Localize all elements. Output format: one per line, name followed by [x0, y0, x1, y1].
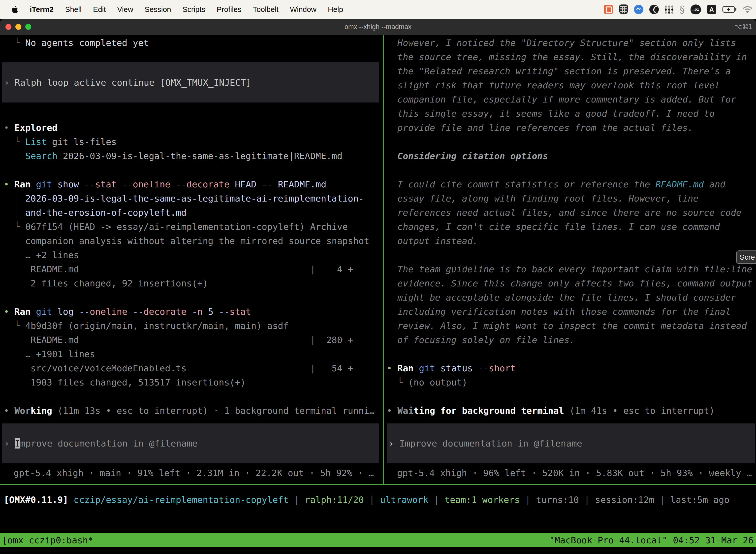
menu-item-shell[interactable]: Shell: [65, 5, 82, 14]
menu-item-session[interactable]: Session: [145, 5, 171, 14]
menu-item-edit[interactable]: Edit: [93, 5, 106, 14]
terminal-line: • Ran git log --oneline --decorate -n 5 …: [4, 304, 383, 319]
terminal-line: and-the-erosion-of-copyleft.md: [4, 206, 383, 220]
terminal-window: omx --xhigh --madmax ⌥⌘1 › Ralph loop ac…: [0, 19, 756, 554]
timer-61-icon[interactable]: ..61: [691, 4, 701, 14]
terminal-line: [4, 290, 383, 304]
hook-squiggle-icon[interactable]: §: [680, 4, 685, 14]
screen-tooltip: Scre: [736, 251, 756, 264]
right-input-line[interactable]: › Improve documentation in @filename: [387, 436, 755, 450]
terminal-line: • Working (11m 13s • esc to interrupt) ·…: [4, 403, 383, 418]
terminal-line: changes, I can't cite specific file line…: [387, 220, 756, 234]
terminal-line: [4, 78, 383, 92]
terminal-line: slight risk that future readers may over…: [387, 78, 756, 92]
right-status-text: gpt-5.4 xhigh · 96% left · 520K in · 5.8…: [384, 466, 756, 480]
terminal-line: this single essay, it seems like a good …: [387, 107, 756, 121]
menubar-status-icons: § ..61 A: [604, 4, 753, 14]
tmux-session-label[interactable]: [omx-cczip0:bash*: [0, 535, 93, 545]
right-pane-output: However, I noticed the "Directory Struct…: [384, 36, 756, 418]
terminal-line: [387, 389, 756, 403]
close-button[interactable]: [5, 24, 11, 30]
traffic-lights: [5, 19, 31, 35]
terminal-line: the "Related research writing" section i…: [387, 64, 756, 78]
terminal-line: 1903 files changed, 513517 insertions(+): [4, 375, 383, 389]
left-input-line[interactable]: › Improve documentation in @filename: [2, 436, 379, 450]
omx-status-line: [OMX#0.11.9] cczip/essay/ai-reimplementa…: [0, 493, 756, 507]
pane-divider[interactable]: [383, 35, 384, 484]
terminal-line: Search 2026-03-09-is-legal-the-same-as-l…: [4, 149, 383, 163]
menu-item-help[interactable]: Help: [328, 5, 343, 14]
menubar: iTerm2ShellEditViewSessionScriptsProfile…: [0, 0, 756, 19]
menu-item-iterm2[interactable]: iTerm2: [30, 5, 54, 14]
tree-guide-line: [16, 319, 16, 325]
screen: iTerm2ShellEditViewSessionScriptsProfile…: [0, 0, 756, 554]
left-pane[interactable]: › Ralph loop active continue [OMX_TMUX_I…: [0, 36, 383, 484]
left-pane-output: └ No agents completed yet• Explored └ Li…: [0, 36, 383, 418]
pane-bottom-border: [0, 484, 756, 485]
terminal-line: … +1901 lines: [4, 347, 383, 361]
terminal-line: 2026-03-09-is-legal-the-same-as-legitima…: [4, 191, 383, 206]
right-input-box[interactable]: › Improve documentation in @filename: [387, 424, 755, 463]
terminal-line: 2 files changed, 92 insertions(+): [4, 276, 383, 290]
shield-grid-icon[interactable]: [619, 4, 628, 14]
terminal-line: └ (no output): [387, 375, 756, 389]
window-titlebar[interactable]: omx --xhigh --madmax ⌥⌘1: [0, 19, 756, 35]
terminal-line: [387, 135, 756, 149]
battery-charging-icon[interactable]: [722, 6, 737, 13]
tmux-host-clock: "MacBook-Pro-44.local" 04:52 31-Mar-26: [549, 535, 756, 545]
terminal-line: • Ran git status --short: [387, 361, 756, 375]
terminal-line: [4, 92, 383, 107]
wifi-icon[interactable]: [743, 6, 753, 13]
terminal-line: evidence. Since this change only affects…: [387, 276, 756, 290]
terminal-line: the source tree, missing the essay. Stil…: [387, 50, 756, 64]
terminal-line: I could cite commit statistics or refere…: [387, 177, 756, 191]
terminal-line: … +2 lines: [4, 248, 383, 262]
terminal-line: └ 067f154 (HEAD -> essay/ai-reimplementa…: [4, 220, 383, 234]
menu-item-profiles[interactable]: Profiles: [216, 5, 241, 14]
kaleidoscope-icon[interactable]: [649, 5, 659, 14]
messenger-icon[interactable]: [634, 5, 643, 14]
apple-logo-icon[interactable]: [11, 5, 19, 14]
left-input-box[interactable]: › Improve documentation in @filename: [2, 424, 379, 463]
zoom-button[interactable]: [25, 24, 31, 30]
a-app-icon[interactable]: A: [707, 5, 716, 14]
terminal-line: README.md| 4 +: [4, 262, 383, 276]
terminal-line: companion analysis without altering the …: [4, 234, 383, 248]
terminal-line: • Ran git show --stat --oneline --decora…: [4, 177, 383, 191]
terminal-line: • Explored: [4, 121, 383, 135]
terminal-line: references need actual files, and since …: [387, 206, 756, 220]
minimize-button[interactable]: [15, 24, 21, 30]
menu-item-scripts[interactable]: Scripts: [183, 5, 205, 14]
tmux-status-bar: [omx-cczip0:bash* "MacBook-Pro-44.local"…: [0, 533, 756, 547]
terminal-line: [387, 347, 756, 361]
tree-guide-line: [16, 192, 16, 224]
terminal-line: src/voice/voiceModeEnabled.ts| 54 +: [4, 361, 383, 375]
terminal-line: However, I noticed the "Directory Struct…: [387, 36, 756, 50]
dots-grid-icon[interactable]: [665, 5, 674, 14]
terminal-line: └ List git ls-files: [4, 135, 383, 149]
menu-item-view[interactable]: View: [117, 5, 133, 14]
left-status-line: gpt-5.4 xhigh · main · 91% left · 2.31M …: [0, 466, 383, 480]
terminal-line: [387, 248, 756, 262]
left-status-text: gpt-5.4 xhigh · main · 91% left · 2.31M …: [0, 466, 383, 480]
terminal-line: provide file and line references from th…: [387, 121, 756, 135]
terminal-line: • Waiting for background terminal (1m 41…: [387, 403, 756, 418]
terminal-line: review. Also, I might want to inspect th…: [387, 319, 756, 333]
screen-tooltip-text: Scre: [740, 253, 755, 261]
terminal-line: companion file, especially if more comme…: [387, 92, 756, 107]
terminal-line: [4, 389, 383, 403]
terminal-line: └ 4b9d30f (origin/main, instructkr/main,…: [4, 319, 383, 333]
menu-item-window[interactable]: Window: [290, 5, 316, 14]
right-status-line: gpt-5.4 xhigh · 96% left · 520K in · 5.8…: [384, 466, 756, 480]
menu-item-toolbelt[interactable]: Toolbelt: [253, 5, 278, 14]
omx-status-bar: [OMX#0.11.9] cczip/essay/ai-reimplementa…: [0, 493, 756, 507]
chat-app-icon[interactable]: [604, 5, 613, 14]
menubar-menus[interactable]: iTerm2ShellEditViewSessionScriptsProfile…: [30, 5, 343, 14]
terminal-content: › Ralph loop active continue [OMX_TMUX_I…: [0, 35, 756, 554]
terminal-line: [4, 107, 383, 121]
right-pane[interactable]: However, I noticed the "Directory Struct…: [384, 36, 756, 484]
terminal-line: including verification notes with those …: [387, 304, 756, 319]
terminal-line: The team guideline is to back every impo…: [387, 262, 756, 276]
terminal-line: [387, 163, 756, 177]
terminal-line: of focusing solely on file lines.: [387, 333, 756, 347]
